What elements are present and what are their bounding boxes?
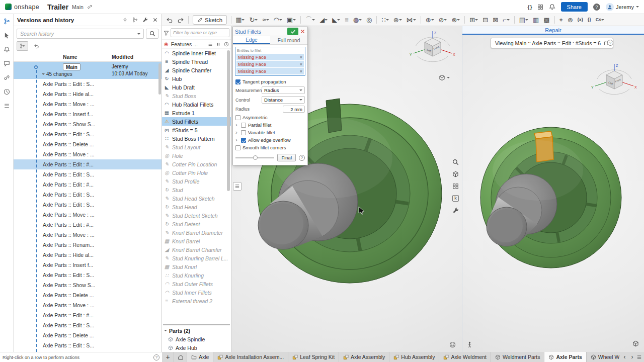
- tab-weldment-parts[interactable]: Weldment Parts: [491, 352, 545, 362]
- thicken-icon[interactable]: ▣: [287, 17, 296, 23]
- parts-section-header[interactable]: Parts (2): [162, 326, 231, 335]
- rollback-handle-button[interactable]: [233, 182, 242, 191]
- search-history-input[interactable]: Search history: [17, 29, 144, 39]
- extrude-icon[interactable]: ▦: [235, 17, 245, 23]
- rollback-bar[interactable]: [163, 324, 230, 325]
- view-cube-compare[interactable]: Left Front Z X Y: [590, 60, 638, 103]
- dialog-help-icon[interactable]: ?: [299, 155, 305, 161]
- cancel-button[interactable]: [300, 29, 305, 34]
- feature-item[interactable]: ✎Stud Head Sketch: [162, 194, 231, 203]
- shell-icon[interactable]: ◍: [353, 17, 362, 23]
- chevron-right-icon[interactable]: ›: [235, 122, 239, 128]
- tangent-propagation-row[interactable]: Tangent propagation: [233, 78, 307, 85]
- measure-icon[interactable]: ⌖: [559, 17, 563, 23]
- section-view-icon[interactable]: [451, 170, 460, 178]
- intersect-icon[interactable]: ⊗: [451, 17, 460, 23]
- redo-button[interactable]: [177, 17, 184, 24]
- hint-help-icon[interactable]: ?: [153, 354, 159, 360]
- user-menu[interactable]: Jeremy: [606, 3, 639, 11]
- feature-item[interactable]: ≡External thread 2: [162, 297, 231, 305]
- feature-item[interactable]: ⚠Stud Fillets: [162, 117, 231, 126]
- highlighted-stud-face[interactable]: [534, 131, 553, 162]
- tab-leaf-spring-kit[interactable]: Leaf Spring Kit: [288, 352, 339, 362]
- compare-view-options-icon[interactable]: [632, 340, 639, 347]
- view-cube[interactable]: Left Front Z X Y: [409, 27, 457, 70]
- missing-face-entity[interactable]: Missing Face×: [236, 68, 304, 74]
- offset-surface-icon[interactable]: ⌐: [503, 17, 510, 23]
- feature-tree-scrollbar[interactable]: [227, 50, 230, 191]
- remove-entity-icon[interactable]: ×: [300, 62, 302, 67]
- tab-axle[interactable]: Axle: [187, 352, 213, 362]
- feature-item[interactable]: ▦Extrude 1: [162, 109, 231, 117]
- rollback-slider[interactable]: [235, 157, 274, 158]
- mirror-icon[interactable]: ⋈: [407, 17, 416, 23]
- feature-item[interactable]: ◣Hub Draft: [162, 83, 231, 92]
- boundary-surface-icon[interactable]: ▥: [533, 17, 539, 23]
- compare-help-icon[interactable]: ?: [607, 40, 613, 46]
- feature-item[interactable]: ◎Cotter Pin Hole: [162, 168, 231, 177]
- chevron-right-icon[interactable]: ›: [235, 137, 239, 143]
- manage-versions-icon[interactable]: [142, 17, 148, 23]
- feature-item[interactable]: ✎Stud Detent Sketch: [162, 211, 231, 220]
- feature-list-view-icon[interactable]: [208, 42, 213, 47]
- feature-item[interactable]: ↻Stud Detent: [162, 220, 231, 228]
- keyboard-shortcuts-icon[interactable]: k: [451, 194, 460, 203]
- tabs-scroll-right-button[interactable]: ›: [629, 353, 635, 360]
- app-store-icon[interactable]: [537, 4, 543, 10]
- undo-button[interactable]: [166, 17, 173, 24]
- feature-item[interactable]: ◢Spindle Chamfer: [162, 66, 231, 74]
- fill-surface-icon[interactable]: ▤: [519, 17, 528, 23]
- rib-icon[interactable]: ≡: [345, 17, 349, 23]
- split-icon[interactable]: ⊘: [439, 17, 447, 23]
- view-feedback-smiley-icon[interactable]: [449, 341, 456, 348]
- create-version-icon[interactable]: [122, 17, 128, 23]
- feature-item[interactable]: ∷Stud Boss Pattern: [162, 134, 231, 143]
- feature-item[interactable]: ↻Stud Head: [162, 203, 231, 211]
- feature-item[interactable]: ≡Spindle Thread: [162, 57, 231, 66]
- accept-button[interactable]: [287, 28, 298, 35]
- variable-fillet-row[interactable]: › Variable fillet: [233, 129, 307, 136]
- create-branch-icon[interactable]: [132, 17, 138, 23]
- chevron-right-icon[interactable]: ›: [235, 130, 239, 135]
- tab-axle-assembly[interactable]: Axle Assembly: [339, 352, 389, 362]
- cube-face-front[interactable]: Front: [615, 78, 622, 83]
- boolean-icon[interactable]: ⊕: [426, 17, 434, 23]
- draft-icon[interactable]: ◣: [332, 17, 340, 23]
- feature-item[interactable]: ↻Stud: [162, 186, 231, 194]
- feature-filter-input[interactable]: Filter by name or type: [171, 28, 229, 37]
- measurement-select[interactable]: Radius: [262, 86, 305, 94]
- loft-icon[interactable]: ◠: [274, 17, 282, 23]
- sketch-button[interactable]: Sketch: [193, 15, 227, 25]
- compare-3d-viewport[interactable]: Viewing Main :: Axle Parts :: Edit : #St…: [462, 35, 644, 352]
- branch-view-toggle-icon[interactable]: [17, 41, 28, 51]
- tab-full-round[interactable]: Full round: [270, 36, 307, 44]
- variables-icon[interactable]: (x): [578, 18, 583, 22]
- missing-face-entity[interactable]: Missing Face×: [236, 61, 304, 67]
- repair-header[interactable]: Repair: [462, 26, 644, 35]
- mass-properties-icon[interactable]: ⊚: [568, 17, 573, 23]
- share-button[interactable]: Share: [561, 2, 588, 12]
- viewing-version-pill[interactable]: Viewing Main :: Axle Parts :: Edit : #St…: [491, 38, 613, 48]
- sweep-icon[interactable]: ≈: [262, 17, 269, 23]
- feature-item[interactable]: ✎Stud Knurling Barrel L...: [162, 254, 231, 262]
- feature-item[interactable]: ▦Stud Knurl: [162, 262, 231, 271]
- display-options-icon[interactable]: [451, 206, 460, 215]
- feature-item[interactable]: ◢Knurl Barrel Chamfer: [162, 245, 231, 254]
- tab-edge[interactable]: Edge: [233, 36, 270, 44]
- main-branch-badge[interactable]: Main: [63, 63, 80, 70]
- history-icon[interactable]: [4, 88, 10, 95]
- close-panel-icon[interactable]: [152, 17, 158, 23]
- versions-scrollbar[interactable]: [158, 63, 161, 95]
- home-tab-button[interactable]: [174, 352, 187, 362]
- changes-expander[interactable]: 45 changes: [42, 71, 72, 77]
- missing-face-entity[interactable]: Missing Face×: [236, 54, 304, 60]
- radius-input[interactable]: 2 mm: [283, 106, 305, 113]
- document-link-icon[interactable]: [87, 4, 93, 10]
- feature-item[interactable]: ✎Stud Layout: [162, 143, 231, 151]
- feature-item[interactable]: ◠Stud Outer Fillets: [162, 280, 231, 288]
- suppress-icon[interactable]: [216, 42, 221, 47]
- tab-wheel-weldment[interactable]: Wheel Weldment: [587, 352, 619, 362]
- feature-item[interactable]: ✎Cotter Pin Location: [162, 160, 231, 168]
- select-tool-icon[interactable]: [4, 32, 10, 39]
- tabs-menu-button[interactable]: [636, 354, 642, 360]
